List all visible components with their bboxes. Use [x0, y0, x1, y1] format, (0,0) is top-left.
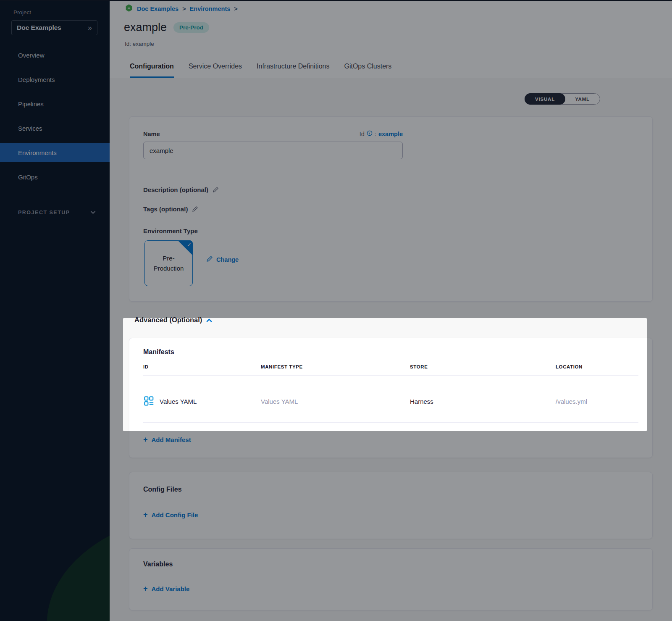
- change-label: Change: [216, 256, 239, 263]
- page-header: ∞ Doc Examples > Environments > example …: [110, 0, 672, 78]
- env-type-badge: Pre-Prod: [173, 22, 209, 33]
- sidebar-item-services[interactable]: Services: [0, 119, 110, 137]
- plus-icon: +: [143, 585, 148, 592]
- config-files-card: Config Files + Add Config File: [129, 472, 653, 539]
- main-panel: ∞ Doc Examples > Environments > example …: [110, 0, 672, 621]
- edit-tags-pencil-icon[interactable]: [192, 206, 198, 212]
- manifest-id-cell: Values YAML: [143, 395, 261, 408]
- add-config-file-button[interactable]: + Add Config File: [143, 511, 198, 518]
- manifest-location: /values.yml: [556, 398, 638, 405]
- id-value-link[interactable]: example: [378, 131, 403, 137]
- breadcrumb-project-link[interactable]: Doc Examples: [137, 5, 178, 12]
- harness-environment-page: Project Doc Examples » Overview Deployme…: [0, 0, 672, 621]
- manifest-type: Values YAML: [261, 398, 410, 405]
- plus-icon: +: [143, 511, 148, 518]
- col-location: LOCATION: [556, 364, 638, 369]
- add-variable-button[interactable]: + Add Variable: [143, 585, 189, 592]
- sidebar-item-deployments[interactable]: Deployments: [0, 70, 110, 89]
- configuration-content: VISUAL YAML Name Id : example: [110, 78, 672, 621]
- name-input[interactable]: [143, 142, 403, 159]
- add-manifest-button[interactable]: + Add Manifest: [143, 436, 191, 443]
- sidebar-divider: [13, 199, 96, 199]
- breadcrumb-separator: >: [182, 5, 186, 12]
- page-title: example: [124, 21, 167, 34]
- config-files-title: Config Files: [143, 486, 182, 493]
- project-name: Doc Examples: [17, 24, 61, 32]
- name-field-header: Name Id : example: [143, 130, 403, 137]
- svg-text:∞: ∞: [128, 6, 130, 10]
- info-icon[interactable]: [367, 130, 373, 137]
- sidebar-nav: Overview Deployments Pipelines Services …: [0, 46, 110, 192]
- project-label: Project: [13, 9, 31, 16]
- description-label: Description (optional): [143, 186, 208, 193]
- env-type-card-label: Pre-Production: [150, 253, 188, 273]
- project-setup-label: PROJECT SETUP: [18, 210, 70, 216]
- add-manifest-label: Add Manifest: [152, 436, 191, 443]
- entity-id: Id: example: [125, 41, 154, 47]
- breadcrumb-environments-link[interactable]: Environments: [190, 5, 231, 12]
- project-sidebar: Project Doc Examples » Overview Deployme…: [0, 0, 110, 621]
- manifests-table-header: ID MANIFEST TYPE STORE LOCATION: [143, 364, 638, 376]
- add-config-file-label: Add Config File: [152, 511, 198, 518]
- manifest-id: Values YAML: [160, 398, 197, 405]
- edit-description-pencil-icon[interactable]: [213, 187, 219, 193]
- window-top-edge: [0, 0, 672, 1]
- id-chip: Id : example: [360, 130, 403, 137]
- check-icon: ✓: [187, 242, 192, 248]
- environment-type-label: Environment Type: [143, 227, 198, 234]
- advanced-section-toggle[interactable]: Advanced (Optional): [134, 316, 212, 324]
- tab-configuration[interactable]: Configuration: [130, 63, 174, 78]
- sidebar-decorative-wave: [33, 496, 110, 621]
- manifests-card: Manifests ID MANIFEST TYPE STORE LOCATIO…: [129, 338, 653, 458]
- tab-bar: Configuration Service Overrides Infrastr…: [130, 63, 391, 78]
- name-label: Name: [143, 131, 160, 137]
- visual-yaml-toggle[interactable]: VISUAL YAML: [525, 93, 600, 105]
- toggle-yaml[interactable]: YAML: [565, 94, 600, 104]
- variables-title: Variables: [143, 560, 173, 568]
- breadcrumb: ∞ Doc Examples > Environments >: [125, 4, 238, 13]
- id-colon: :: [375, 131, 376, 137]
- env-type-card-preproduction[interactable]: Pre-Production ✓: [144, 240, 193, 286]
- chevron-double-right-icon[interactable]: »: [88, 24, 92, 32]
- id-prefix: Id: [360, 131, 365, 137]
- environment-form-card: Name Id : example Description (optional): [129, 116, 653, 302]
- manifest-values-yaml-icon: [143, 395, 154, 408]
- title-row: example Pre-Prod: [124, 21, 209, 34]
- tab-gitops-clusters[interactable]: GitOps Clusters: [344, 63, 391, 78]
- description-row: Description (optional): [143, 186, 219, 193]
- variables-card: Variables + Add Variable: [129, 548, 653, 610]
- sidebar-item-environments[interactable]: Environments: [0, 143, 110, 162]
- manifest-store: Harness: [410, 398, 556, 405]
- manifest-table-row[interactable]: Values YAML Values YAML Harness /values.…: [143, 381, 638, 423]
- sidebar-item-pipelines[interactable]: Pipelines: [0, 95, 110, 113]
- manifests-title: Manifests: [143, 348, 174, 356]
- chevron-down-icon: [90, 210, 96, 216]
- tags-row: Tags (optional): [143, 205, 198, 213]
- advanced-title: Advanced (Optional): [134, 316, 202, 324]
- project-setup-toggle[interactable]: PROJECT SETUP: [18, 210, 96, 216]
- breadcrumb-separator: >: [234, 5, 237, 12]
- toggle-visual[interactable]: VISUAL: [525, 93, 565, 105]
- tab-service-overrides[interactable]: Service Overrides: [189, 63, 242, 78]
- sidebar-item-gitops[interactable]: GitOps: [0, 168, 110, 186]
- tab-infrastructure-definitions[interactable]: Infrastructure Definitions: [257, 63, 329, 78]
- col-store: STORE: [410, 364, 556, 369]
- edit-pencil-icon: [206, 255, 213, 263]
- tags-label: Tags (optional): [143, 205, 188, 213]
- chevron-up-icon: [206, 316, 212, 324]
- selected-corner: ✓: [178, 240, 193, 255]
- sidebar-item-overview[interactable]: Overview: [0, 46, 110, 64]
- project-selector[interactable]: Doc Examples »: [11, 20, 97, 35]
- col-id: ID: [143, 364, 261, 369]
- col-manifest-type: MANIFEST TYPE: [261, 364, 410, 369]
- add-variable-label: Add Variable: [152, 585, 190, 592]
- plus-icon: +: [143, 436, 148, 443]
- cd-module-icon: ∞: [125, 4, 133, 13]
- change-env-type-button[interactable]: Change: [206, 255, 239, 263]
